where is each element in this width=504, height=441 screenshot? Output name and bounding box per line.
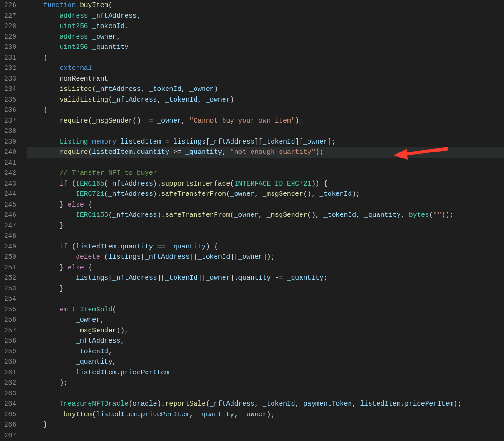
token: ). [153, 180, 161, 187]
code-line[interactable] [27, 126, 504, 137]
token: _nftAddress [112, 274, 157, 282]
code-line[interactable] [27, 430, 504, 441]
token: _nftAddress [145, 253, 189, 261]
token: _msgSender [92, 117, 133, 124]
token: _quantity [92, 43, 128, 51]
token: listedItem [360, 400, 401, 407]
code-editor[interactable]: 2262272282292302312322332342352362372382… [0, 0, 504, 441]
code-line[interactable]: if (listedItem.quantity == _quantity) { [27, 241, 504, 252]
code-line[interactable]: function buyItem( [27, 0, 504, 11]
token: _tokenId [263, 138, 295, 145]
token [27, 169, 60, 177]
line-number: 237 [4, 116, 16, 126]
token: ( [226, 190, 230, 198]
token: _owner [157, 117, 181, 124]
code-line[interactable] [27, 231, 504, 241]
line-number: 243 [4, 179, 16, 189]
line-number: 242 [4, 168, 16, 179]
line-number: 258 [4, 336, 16, 346]
token [27, 211, 76, 219]
code-line[interactable]: _buyItem(listedItem.pricePerItem, _quant… [27, 409, 504, 420]
token: function [43, 1, 76, 9]
code-area[interactable]: function buyItem( address _nftAddress, u… [23, 0, 504, 441]
code-line[interactable]: isListed(_nftAddress, _tokenId, _owner) [27, 84, 504, 95]
code-line[interactable]: } else { [27, 262, 504, 273]
token [27, 33, 60, 41]
code-line[interactable]: IERC721(_nftAddress).safeTransferFrom(_o… [27, 189, 504, 200]
code-line[interactable]: // Transfer NFT to buyer [27, 168, 504, 179]
code-line[interactable]: _msgSender(), [27, 325, 504, 336]
token: _tokenId [76, 348, 108, 355]
token: listedItem [92, 148, 133, 156]
code-line[interactable]: nonReentrant [27, 74, 504, 84]
line-number: 239 [4, 137, 16, 147]
token: , [352, 400, 360, 407]
token [27, 411, 60, 418]
code-line[interactable]: Listing memory listedItem = listings[_nf… [27, 137, 504, 147]
token: ]. [230, 274, 238, 282]
token: listedItem [120, 138, 161, 145]
token: safeTransferFrom [165, 211, 230, 219]
token [27, 64, 60, 72]
code-line[interactable]: TreasureNFTOracle(oracle).reportSale(_nf… [27, 399, 504, 409]
code-line[interactable]: external [27, 63, 504, 74]
code-line[interactable]: } [27, 220, 504, 231]
code-line[interactable]: address _nftAddress, [27, 11, 504, 21]
code-line[interactable]: _tokenId, [27, 346, 504, 357]
code-line[interactable]: uint256 _quantity [27, 42, 504, 53]
line-number: 227 [4, 11, 16, 21]
token: ); [266, 411, 274, 418]
code-line[interactable]: ) [27, 53, 504, 63]
code-line[interactable]: { [27, 105, 504, 116]
code-line[interactable]: uint256 _tokenId, [27, 21, 504, 32]
code-line[interactable]: listedItem.pricePerItem [27, 367, 504, 378]
token [27, 316, 76, 324]
token: oracle [133, 400, 157, 407]
code-line[interactable] [27, 388, 504, 399]
code-line[interactable]: } else { [27, 200, 504, 210]
token: pricePerItem [405, 400, 453, 407]
code-line[interactable]: ); [27, 378, 504, 388]
token: , [254, 400, 262, 407]
code-line[interactable]: require(listedItem.quantity >= _quantity… [27, 147, 504, 158]
line-number: 228 [4, 21, 16, 32]
token [88, 138, 92, 145]
code-line[interactable]: delete (listings[_nftAddress][_tokenId][… [27, 252, 504, 262]
line-number: 238 [4, 126, 16, 137]
line-number: 233 [4, 74, 16, 84]
token: _tokenId [320, 190, 352, 198]
token: quantity [120, 243, 153, 250]
line-number: 230 [4, 42, 16, 53]
token: } [27, 264, 68, 271]
code-line[interactable]: validListing(_nftAddress, _tokenId, _own… [27, 95, 504, 105]
token: IERC1155 [76, 211, 108, 219]
code-line[interactable] [27, 294, 504, 304]
code-line[interactable]: require(_msgSender() != _owner, "Cannot … [27, 116, 504, 126]
token: IERC721 [76, 190, 104, 198]
token: uint256 [60, 22, 88, 30]
code-line[interactable]: _quantity, [27, 357, 504, 367]
code-line[interactable]: } [27, 420, 504, 430]
line-number: 249 [4, 241, 16, 252]
token: , [182, 117, 189, 124]
code-line[interactable]: _nftAddress, [27, 336, 504, 346]
line-number: 235 [4, 95, 16, 105]
token: listedItem [76, 369, 116, 376]
code-line[interactable]: } [27, 283, 504, 294]
line-number: 244 [4, 189, 16, 200]
token: , [157, 96, 165, 103]
code-line[interactable]: emit ItemSold( [27, 304, 504, 315]
token [27, 369, 76, 376]
token: { [27, 106, 48, 114]
token: uint256 [60, 43, 88, 51]
token: _nftAddress [112, 96, 157, 103]
token: , [112, 358, 117, 365]
code-line[interactable]: if (IERC165(_nftAddress).supportsInterfa… [27, 179, 504, 189]
code-line[interactable]: _owner, [27, 315, 504, 325]
code-line[interactable]: IERC1155(_nftAddress).safeTransferFrom(_… [27, 210, 504, 220]
code-line[interactable] [27, 158, 504, 168]
line-number: 262 [4, 378, 16, 388]
token [27, 138, 60, 145]
code-line[interactable]: address _owner, [27, 32, 504, 42]
code-line[interactable]: listings[_nftAddress][_tokenId][_owner].… [27, 273, 504, 283]
